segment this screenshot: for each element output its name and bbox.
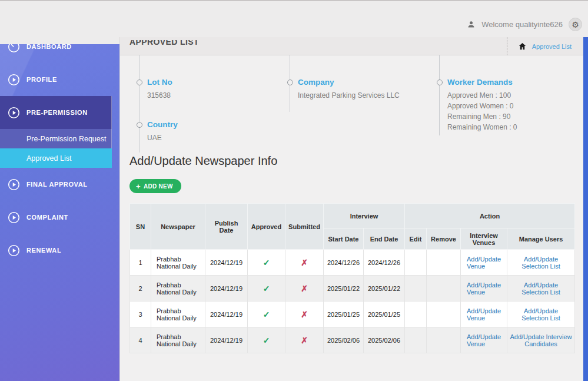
cell-newspaper: Prabhab National Daily	[151, 327, 205, 353]
col-header-approved: Approved	[248, 204, 285, 250]
timeline-bullet	[137, 122, 142, 128]
sidebar-subitem-approved-list[interactable]: Approved List	[0, 148, 112, 168]
country-value: UAE	[147, 134, 162, 142]
cell-start-date: 2025/02/06	[324, 327, 364, 353]
company-value: Integrated Parking Services LLC	[298, 91, 400, 100]
sidebar-item-renewal[interactable]: RENEWAL	[0, 234, 119, 267]
country-label: Country	[147, 120, 178, 129]
manage-users-link[interactable]: Add/Update Selection List	[521, 281, 560, 296]
sidebar-subitem-label: Approved List	[26, 154, 71, 163]
sidebar-item-complaint[interactable]: COMPLAINT	[0, 201, 119, 234]
cell-edit	[405, 302, 427, 327]
cell-newspaper: Prabhab National Daily	[151, 276, 205, 302]
add-update-venue-link[interactable]: Add/Update Venue	[467, 307, 501, 322]
cell-end-date: 2025/01/22	[364, 276, 405, 302]
sidebar-item-pre-permission[interactable]: PRE-PERMISSION	[0, 96, 112, 129]
timeline-connector	[139, 55, 139, 153]
add-new-button[interactable]: + ADD NEW	[129, 179, 181, 193]
col-header-interview-venues: Interview Venues	[461, 228, 507, 250]
worker-demands-line: Approved Women : 0	[447, 102, 514, 110]
table-row: 4 Prabhab National Daily 2024/12/19 ✓ ✗ …	[130, 327, 575, 353]
col-header-submitted: Submitted	[285, 204, 324, 250]
cell-publish-date: 2024/12/19	[205, 276, 248, 302]
col-group-action: Action	[405, 204, 575, 228]
home-icon[interactable]	[518, 42, 527, 51]
timeline-bullet	[137, 79, 142, 85]
user-icon	[467, 20, 476, 29]
worker-demands-line: Remaining Women : 0	[447, 123, 517, 131]
cell-publish-date: 2024/12/19	[205, 250, 248, 276]
main-content: APPROVED LIST Approved List Lot No 31563…	[119, 37, 583, 381]
page-header: APPROVED LIST Approved List	[120, 37, 583, 55]
newspaper-table: SN Newspaper Publish Date Approved Submi…	[129, 203, 575, 353]
breadcrumb-link-approved-list[interactable]: Approved List	[532, 43, 572, 50]
welcome-text: Welcome qualityinte626	[481, 20, 563, 29]
cross-icon: ✗	[301, 310, 308, 319]
manage-users-link[interactable]: Add/Update Interview Candidates	[510, 333, 572, 347]
cell-end-date: 2025/01/25	[364, 302, 405, 327]
cell-sn: 2	[130, 276, 151, 302]
worker-demands-line: Approved Men : 100	[447, 91, 511, 100]
cell-newspaper: Prabhab National Daily	[151, 250, 205, 276]
cell-end-date: 2025/02/06	[364, 327, 405, 353]
col-group-interview: Interview	[324, 204, 405, 228]
check-icon: ✓	[263, 336, 270, 345]
check-icon: ✓	[263, 284, 270, 293]
cell-edit	[405, 250, 427, 276]
table-row: 3 Prabhab National Daily 2024/12/19 ✓ ✗ …	[130, 302, 575, 327]
user-menu: Welcome qualityinte626 ⚙	[467, 18, 582, 31]
sidebar-item-final-approval[interactable]: FINAL APPROVAL	[0, 168, 119, 201]
col-header-start-date: Start Date	[324, 228, 364, 250]
add-update-venue-link[interactable]: Add/Update Venue	[467, 333, 501, 347]
cell-start-date: 2025/01/22	[324, 276, 364, 302]
vertical-scrollbar[interactable]	[583, 37, 588, 381]
sidebar-item-profile[interactable]: PROFILE	[0, 63, 119, 96]
sidebar-item-dashboard[interactable]: DASHBOARD	[0, 44, 119, 63]
plus-icon: +	[136, 183, 141, 190]
sidebar-subitem-pre-permission-request[interactable]: Pre-Permission Request	[0, 129, 112, 148]
timeline-connector	[439, 55, 440, 135]
check-icon: ✓	[263, 258, 270, 267]
section-title: Add/Update Newspaper Info	[129, 154, 277, 168]
manage-users-link[interactable]: Add/Update Selection List	[521, 256, 560, 270]
worker-demands-label: Worker Demands	[447, 78, 513, 87]
cross-icon: ✗	[301, 284, 308, 293]
sidebar-subitem-label: Pre-Permission Request	[26, 135, 106, 143]
play-circle-icon	[8, 244, 20, 257]
sidebar-item-label: RENEWAL	[26, 247, 61, 254]
dashboard-icon	[8, 44, 20, 53]
check-icon: ✓	[263, 310, 270, 319]
play-circle-icon	[8, 211, 20, 224]
sidebar-item-label: FINAL APPROVAL	[26, 181, 88, 188]
cell-start-date: 2025/01/25	[324, 302, 364, 327]
cell-end-date: 2024/12/26	[364, 250, 405, 276]
gear-icon[interactable]: ⚙	[569, 18, 582, 31]
col-header-remove: Remove	[427, 228, 461, 250]
cell-remove	[427, 276, 461, 302]
cross-icon: ✗	[301, 336, 308, 345]
sidebar-item-label: COMPLAINT	[26, 214, 68, 221]
cell-remove	[427, 302, 461, 327]
cell-start-date: 2024/12/26	[324, 250, 364, 276]
col-header-newspaper: Newspaper	[151, 204, 205, 250]
play-circle-icon	[8, 74, 20, 86]
sidebar: DASHBOARD PROFILE PRE-PERMISSION Pre-Per…	[0, 44, 119, 381]
info-section: Lot No 315638 Country UAE Company Integr…	[120, 55, 583, 155]
manage-users-link[interactable]: Add/Update Selection List	[521, 307, 560, 322]
add-update-venue-link[interactable]: Add/Update Venue	[467, 256, 501, 270]
timeline-bullet	[287, 79, 293, 85]
company-label: Company	[298, 78, 334, 87]
cell-remove	[427, 327, 461, 353]
timeline-bullet	[437, 79, 443, 85]
cell-sn: 3	[130, 302, 151, 327]
cell-remove	[427, 250, 461, 276]
sidebar-item-label: PROFILE	[26, 76, 57, 83]
cell-publish-date: 2024/12/19	[205, 302, 248, 327]
col-header-sn: SN	[130, 204, 151, 250]
add-new-button-label: ADD NEW	[144, 183, 173, 190]
col-header-publish-date: Publish Date	[205, 204, 248, 250]
add-update-venue-link[interactable]: Add/Update Venue	[467, 281, 501, 296]
lot-no-label: Lot No	[147, 78, 172, 87]
cell-sn: 1	[130, 250, 151, 276]
col-header-edit: Edit	[405, 228, 427, 250]
